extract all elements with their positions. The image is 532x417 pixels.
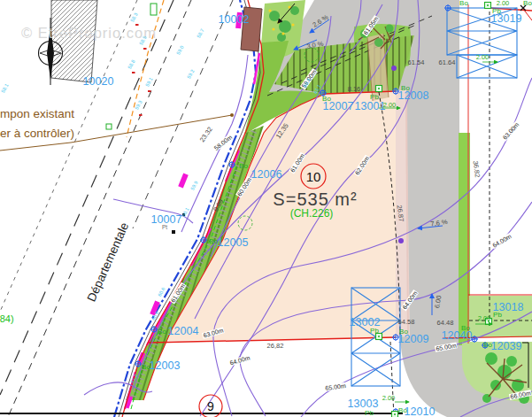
lot10-number: 10 xyxy=(306,169,321,184)
cadastral-site-plan: © EtreProprio.com S=535 m² (CH.226) 10 9… xyxy=(0,0,532,417)
lot9-number: 9 xyxy=(207,399,214,413)
note-line1: mpon existant xyxy=(0,107,74,120)
lot10-ch-reference: (CH.226) xyxy=(290,207,334,220)
note-line2: er à contrôler) xyxy=(0,127,74,140)
site-plan-drawing xyxy=(0,0,532,417)
watermark: © EtreProprio.com xyxy=(21,25,157,42)
small-building xyxy=(241,7,262,51)
road-ref-84: (84) xyxy=(0,313,14,324)
